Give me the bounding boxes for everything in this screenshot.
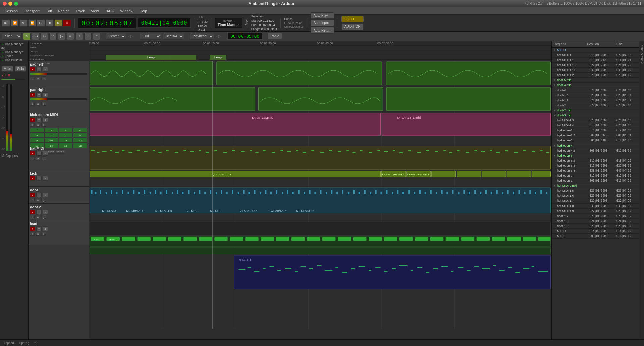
track-a-hat-midi[interactable]: a [36, 156, 40, 160]
track-g-pad-right[interactable]: g [41, 102, 46, 106]
grid-select[interactable]: Grid No Grid [140, 33, 161, 40]
region-item[interactable]: hydrogen-1003|01|0000010|04|19 [552, 178, 639, 183]
close-button[interactable] [3, 2, 7, 6]
track-a-pad-right[interactable]: a [36, 102, 40, 106]
region-item[interactable]: MIDI-5003|01|0000010|04|00 [552, 234, 639, 239]
track-p-hat-midi[interactable]: p [30, 156, 35, 160]
region-item[interactable]: ▾hydrogen-4 [552, 143, 639, 148]
tool-listen[interactable]: ▷ [58, 33, 65, 40]
transport-stop[interactable]: ■ [46, 19, 54, 27]
midi-ch-12[interactable]: 12 [73, 138, 87, 143]
region-item[interactable]: doot-1.7023|01|0000023|04|19 [552, 214, 639, 219]
track-mute-kick-snare[interactable]: m [36, 117, 42, 122]
tool-select[interactable]: ↖ [23, 33, 31, 40]
track-rec-doot2[interactable]: ● [30, 210, 35, 214]
region-item[interactable]: hat MIDI-1.5026|01|0000026|04|19 [552, 188, 639, 193]
menu-session[interactable]: Session [2, 8, 20, 14]
midi-ch-2[interactable]: 2 [44, 128, 58, 133]
menu-window[interactable]: Window [118, 8, 136, 14]
playhead-select[interactable]: Playhead Edit Point [190, 33, 214, 40]
track-rec-pad-right[interactable]: ● [30, 92, 35, 97]
midi-ch-11[interactable]: 11 [59, 138, 73, 143]
region-item[interactable]: hat MIDI-1.11031|01|0000033|01|00 [552, 68, 639, 73]
track-a-pad-left[interactable]: a [36, 76, 40, 80]
track-rec-doot[interactable]: ● [30, 193, 35, 197]
region-item[interactable]: ▾MIDI-1 [552, 48, 639, 53]
region-item[interactable]: hat MIDI-1.10027|01|0000028|01|00 [552, 63, 639, 68]
region-item[interactable]: ▾doot-4.mid [552, 83, 639, 88]
transport-record[interactable]: ● [63, 19, 71, 27]
track-p-lead[interactable]: p [30, 232, 35, 236]
track-solo-doot2[interactable]: s [43, 210, 48, 214]
tool-quantize[interactable]: ≡ [93, 33, 100, 40]
maximize-button[interactable] [14, 2, 18, 6]
region-item[interactable]: hydrogen-3005|01|0480016|04|00 [552, 138, 639, 143]
track-p-pad-right[interactable]: p [30, 102, 35, 106]
region-item[interactable]: hat MIDI-1019|01|0000020|04|18 [552, 53, 639, 58]
track-mute-hat-midi[interactable]: m [36, 151, 42, 156]
transport-loop[interactable]: ↺ [19, 19, 28, 27]
midi-ch-3[interactable]: 3 [59, 128, 73, 133]
track-rec-kick-snare[interactable]: ● [30, 117, 35, 122]
menu-transport[interactable]: Transport [21, 8, 42, 14]
transport-rewind-all[interactable]: ⏮ [2, 19, 10, 27]
menu-region[interactable]: Region [55, 8, 72, 14]
track-mute-doot2[interactable]: m [36, 210, 42, 214]
track-mute-pad-right[interactable]: m [36, 92, 42, 97]
solo-strip-button[interactable]: Solo [15, 66, 26, 72]
midi-ch-8[interactable]: 8 [73, 133, 87, 138]
region-item[interactable]: ▾doot-5.mid [552, 78, 639, 83]
track-g-pad-left[interactable]: g [41, 76, 46, 80]
region-item[interactable]: hat MIDI-1.3023|01|0000025|01|00 [552, 118, 639, 123]
audition-button[interactable]: AUDITION [341, 23, 364, 30]
beats-select[interactable]: Beats/4 Beats/8 [163, 33, 184, 40]
panic-button[interactable]: Panic [268, 33, 282, 39]
auto-play-button[interactable]: Auto Play [311, 12, 334, 19]
track-solo-lead[interactable]: s [43, 226, 48, 231]
region-item[interactable]: doot-1.8027|01|0000027|04|19 [552, 93, 639, 98]
track-rec-lead[interactable]: ● [30, 226, 35, 231]
region-item[interactable]: hydrogen-4.2003|01|0000011|01|00 [552, 148, 639, 153]
track-g-lead[interactable]: g [41, 232, 46, 236]
transport-play[interactable]: ▶ [54, 19, 62, 27]
midi-ch-4[interactable]: 4 [73, 128, 87, 133]
region-item[interactable]: hydrogen-2011|01|0000015|01|00 [552, 173, 639, 178]
region-item[interactable]: hydrogen-5.3019|01|0000027|01|00 [552, 163, 639, 168]
track-solo-kick[interactable]: s [43, 176, 48, 181]
tool-cut[interactable]: ✂ [41, 33, 48, 40]
region-item[interactable]: hydrogen-5.4038|01|0000046|04|00 [552, 168, 639, 173]
transport-next[interactable]: ⏩ [28, 19, 36, 27]
auto-input-button[interactable]: Auto Input [311, 20, 334, 26]
transport-prev[interactable]: ⏪ [11, 19, 19, 27]
track-p-kick-snare[interactable]: p [30, 123, 35, 127]
midi-ch-1[interactable]: 1 [30, 128, 44, 133]
track-solo-pad-right[interactable]: s [43, 92, 48, 97]
track-p-doot[interactable]: p [30, 198, 35, 202]
track-p-doot2[interactable]: p [30, 215, 35, 219]
track-rec-pad-left[interactable]: ● [30, 67, 35, 72]
track-g-hat-midi[interactable]: g [41, 156, 46, 160]
track-rec-hat-midi[interactable]: ● [30, 151, 35, 156]
region-item[interactable]: hat MIDI-1.6020|01|0000020|04|19 [552, 193, 639, 198]
solo-button[interactable]: SOLO [341, 16, 364, 22]
region-item[interactable]: hat MIDI-1.9022|01|0000023|04|19 [552, 209, 639, 214]
fader-track[interactable] [1, 79, 25, 80]
midi-ch-10[interactable]: 10 [44, 138, 58, 143]
track-p-pad-left[interactable]: p [30, 76, 35, 80]
region-item[interactable]: doot-1.5023|01|0000023|04|19 [552, 224, 639, 229]
track-a-doot2[interactable]: a [36, 215, 40, 219]
region-item[interactable]: hydrogen-2.2002|01|1440006|04|14 [552, 133, 639, 138]
region-item[interactable]: ▾hat MIDI-2.mid [552, 183, 639, 188]
region-item[interactable]: MIDI-4015|02|0000016|02|00 [552, 229, 639, 234]
tracks-canvas[interactable]: MIDI-13.mid MIDI-13.1mid [89, 61, 551, 339]
auto-return-button[interactable]: Auto Return [311, 27, 334, 34]
region-item[interactable]: hydrogen-5.2011|01|0000018|04|16 [552, 158, 639, 163]
region-item[interactable]: doot-1.6024|01|0000024|04|19 [552, 219, 639, 224]
minimize-button[interactable] [8, 2, 12, 6]
tool-edit[interactable]: ♩ [75, 33, 83, 40]
track-mute-lead[interactable]: m [36, 226, 42, 231]
region-item[interactable]: hat MIDI-1.1013|01|0120014|01|01 [552, 58, 639, 63]
edit-mode-select[interactable]: Slide Ripple Lock [2, 33, 22, 40]
tool-draw[interactable]: ✏ [67, 33, 74, 40]
region-item[interactable]: ▾hydrogen-5 [552, 153, 639, 158]
